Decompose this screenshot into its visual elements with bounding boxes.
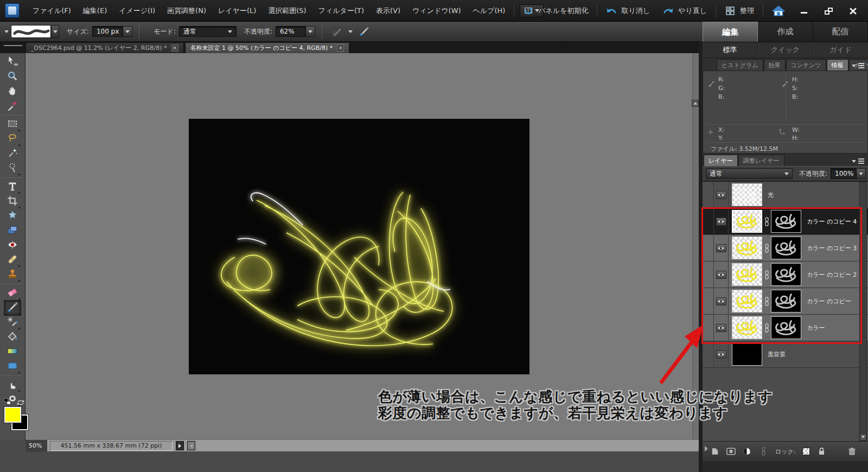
layer-thumbnail[interactable]: [732, 316, 762, 339]
menu-item[interactable]: レイヤー(L): [212, 0, 262, 22]
status-prev-button[interactable]: [187, 441, 195, 450]
magic-wand-tool[interactable]: [4, 146, 21, 161]
lock-all-button[interactable]: [817, 447, 826, 456]
brush-size-dropdown[interactable]: [123, 26, 132, 37]
clone-stamp-tool[interactable]: [4, 267, 21, 282]
mask-link-icon[interactable]: [763, 323, 770, 333]
toolbar-grip[interactable]: [4, 45, 22, 49]
quick-selection-tool[interactable]: [4, 161, 21, 176]
eyedropper-tool[interactable]: [4, 99, 21, 113]
menu-item[interactable]: 表示(V): [370, 0, 406, 22]
brush-size-value[interactable]: 100 px: [92, 26, 123, 37]
panel-menu-button[interactable]: [852, 63, 864, 68]
mask-link-icon[interactable]: [763, 296, 770, 307]
lock-transparency-button[interactable]: [802, 448, 810, 455]
new-fill-layer-button[interactable]: [726, 447, 736, 456]
layer-blend-mode-select[interactable]: 通常: [706, 168, 793, 179]
swap-colors-icon[interactable]: [16, 398, 25, 405]
menu-item[interactable]: イメージ(I): [113, 0, 161, 22]
mode-tab[interactable]: ガイド: [813, 45, 868, 55]
move-tool[interactable]: [4, 55, 21, 69]
delete-layer-button[interactable]: [847, 447, 857, 456]
chevron-down-icon[interactable]: [348, 30, 353, 33]
layer-row[interactable]: カラー のコピー 4: [703, 208, 868, 235]
panel-collapse-icon[interactable]: [705, 446, 710, 451]
panel-tab[interactable]: レイヤー: [704, 155, 738, 166]
layers-menu-button[interactable]: [852, 158, 864, 164]
default-colors-icon[interactable]: [4, 398, 11, 405]
brush-picker-dropdown[interactable]: [51, 25, 59, 38]
layer-thumbnail[interactable]: [732, 343, 762, 366]
layer-thumbnail[interactable]: [732, 237, 762, 259]
panel-tab[interactable]: 効果: [764, 59, 786, 71]
tablet-pressure-icon[interactable]: [358, 25, 371, 38]
menu-item[interactable]: ヘルプ(H): [467, 0, 512, 22]
mode-tab[interactable]: クイック: [758, 45, 813, 55]
layer-thumbnail[interactable]: [732, 290, 762, 312]
lasso-tool[interactable]: [4, 132, 21, 146]
visibility-toggle[interactable]: [716, 244, 726, 252]
layer-mask-thumbnail[interactable]: [771, 210, 801, 233]
visibility-toggle[interactable]: [716, 297, 726, 305]
menu-item[interactable]: フィルター(T): [312, 0, 370, 22]
smart-brush-tool[interactable]: [4, 315, 21, 330]
zoom-tool[interactable]: [4, 69, 21, 84]
layer-row[interactable]: カラー のコピー: [703, 288, 868, 315]
crop-tool[interactable]: [4, 194, 21, 209]
menu-item[interactable]: 編集(E): [77, 0, 113, 22]
scroll-up-button[interactable]: [692, 100, 699, 107]
tab-close-icon[interactable]: [337, 44, 344, 52]
adjustment-layer-button[interactable]: [743, 447, 752, 456]
visibility-toggle[interactable]: [716, 350, 726, 359]
tab-close-icon[interactable]: [171, 44, 178, 52]
opacity-dropdown[interactable]: [306, 26, 315, 37]
panel-tab[interactable]: ヒストグラム: [717, 59, 763, 71]
layer-thumbnail[interactable]: [732, 210, 762, 233]
layer-mask-thumbnail[interactable]: [771, 263, 801, 286]
straighten-tool[interactable]: [4, 224, 21, 238]
link-layers-icon[interactable]: [759, 447, 768, 456]
cookie-cutter-tool[interactable]: [4, 209, 21, 224]
layer-mask-thumbnail[interactable]: [771, 237, 801, 259]
menu-item[interactable]: ウィンドウ(W): [406, 0, 467, 22]
undo-button[interactable]: 取り消し: [599, 0, 656, 22]
layer-thumbnail[interactable]: [732, 183, 762, 206]
workspace-tab[interactable]: 配信: [813, 22, 868, 42]
zoom-level-field[interactable]: 50%: [25, 440, 47, 452]
image-canvas[interactable]: [189, 119, 529, 374]
healing-brush-tool[interactable]: [4, 253, 21, 267]
brush-tool[interactable]: [4, 301, 21, 315]
menu-item[interactable]: 選択範囲(S): [262, 0, 312, 22]
minimize-button[interactable]: [800, 8, 808, 15]
red-eye-tool[interactable]: [4, 238, 21, 253]
panel-tab[interactable]: 情報: [827, 59, 848, 71]
home-button[interactable]: [765, 0, 792, 22]
mode-tab[interactable]: 標準: [703, 45, 758, 55]
panel-tab[interactable]: 調整レイヤー: [738, 155, 784, 166]
canvas-vertical-scrollbar[interactable]: [692, 53, 699, 439]
scroll-down-button[interactable]: [860, 433, 866, 441]
visibility-toggle[interactable]: [716, 191, 726, 199]
reset-panels-button[interactable]: パネルを初期化: [516, 0, 595, 22]
type-tool[interactable]: [4, 180, 21, 194]
gradient-tool[interactable]: [4, 345, 21, 359]
organize-button[interactable]: 整理: [718, 0, 761, 22]
layer-opacity-dropdown[interactable]: [857, 168, 866, 179]
tool-flyout-icon[interactable]: [4, 30, 9, 33]
layer-opacity-value[interactable]: 100%: [831, 168, 857, 179]
new-layer-button[interactable]: [710, 447, 719, 456]
layer-row[interactable]: 黒背景: [703, 341, 868, 368]
layers-scrollbar[interactable]: [859, 182, 867, 441]
layer-row[interactable]: カラー: [703, 315, 868, 341]
brush-stroke-preview[interactable]: [11, 25, 51, 38]
mask-link-icon[interactable]: [763, 243, 770, 253]
document-tab[interactable]: _DSC2964.psd @ 11.2% (レイヤー 2, RGB/8) *: [25, 42, 184, 53]
smudge-tool[interactable]: [4, 378, 21, 392]
visibility-toggle[interactable]: [716, 324, 726, 332]
hand-tool[interactable]: [4, 84, 21, 99]
blend-mode-select[interactable]: 通常: [179, 26, 237, 37]
workspace-tab[interactable]: 作成: [758, 22, 813, 42]
canvas-area[interactable]: [25, 53, 699, 439]
paint-bucket-tool[interactable]: [4, 330, 21, 345]
shape-tool[interactable]: [4, 359, 21, 374]
